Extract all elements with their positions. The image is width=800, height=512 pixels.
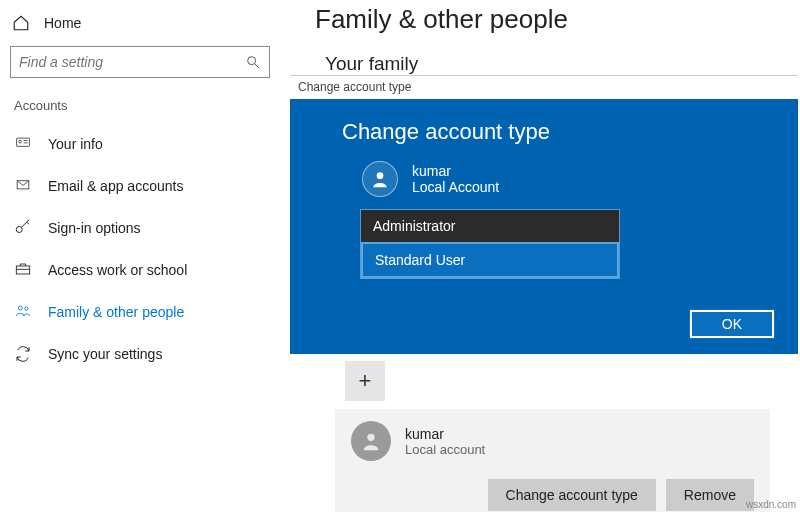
- avatar-icon: [351, 421, 391, 461]
- change-account-type-button[interactable]: Change account type: [488, 479, 656, 511]
- sidebar-item-label: Your info: [48, 136, 103, 152]
- sync-icon: [14, 345, 32, 363]
- section-title: Your family: [315, 45, 800, 79]
- home-label: Home: [44, 15, 81, 31]
- sidebar-item-signin[interactable]: Sign-in options: [0, 207, 280, 249]
- dialog-titlebar: Change account type: [290, 75, 798, 99]
- remove-button[interactable]: Remove: [666, 479, 754, 511]
- home-nav[interactable]: Home: [0, 8, 280, 42]
- key-icon: [14, 219, 32, 237]
- svg-point-10: [25, 307, 28, 310]
- svg-line-1: [255, 64, 259, 68]
- svg-rect-8: [16, 266, 29, 274]
- sidebar-item-your-info[interactable]: Your info: [0, 123, 280, 165]
- mail-icon: [14, 177, 32, 195]
- sidebar-item-sync[interactable]: Sync your settings: [0, 333, 280, 375]
- svg-point-3: [19, 140, 22, 143]
- dialog-account-name: kumar: [412, 163, 499, 179]
- add-button[interactable]: +: [345, 361, 385, 401]
- home-icon: [12, 14, 30, 32]
- section-heading: Accounts: [0, 92, 280, 123]
- settings-sidebar: Home Accounts Your info Email & app acco…: [0, 0, 280, 512]
- svg-point-9: [18, 306, 22, 310]
- sidebar-item-email[interactable]: Email & app accounts: [0, 165, 280, 207]
- sidebar-item-family[interactable]: Family & other people: [0, 291, 280, 333]
- svg-point-7: [16, 227, 22, 233]
- account-row[interactable]: kumar Local account: [351, 421, 754, 461]
- option-administrator[interactable]: Administrator: [361, 210, 619, 242]
- svg-point-11: [367, 434, 374, 441]
- sidebar-item-label: Family & other people: [48, 304, 184, 320]
- svg-point-0: [248, 57, 256, 65]
- briefcase-icon: [14, 261, 32, 279]
- sidebar-item-label: Sync your settings: [48, 346, 162, 362]
- person-card-icon: [14, 135, 32, 153]
- people-icon: [14, 303, 32, 321]
- sidebar-item-label: Email & app accounts: [48, 178, 183, 194]
- svg-point-12: [377, 172, 384, 179]
- search-icon: [245, 54, 261, 70]
- change-account-type-dialog: Change account type kumar Local Account …: [290, 99, 798, 354]
- watermark: wsxdn.com: [746, 499, 796, 510]
- sidebar-item-label: Access work or school: [48, 262, 187, 278]
- account-type-dropdown[interactable]: Administrator Standard User: [360, 209, 620, 279]
- account-type: Local account: [405, 442, 485, 457]
- dialog-account-type: Local Account: [412, 179, 499, 195]
- account-name: kumar: [405, 426, 485, 442]
- sidebar-item-label: Sign-in options: [48, 220, 141, 236]
- account-card: kumar Local account Change account type …: [335, 409, 770, 512]
- avatar-icon: [362, 161, 398, 197]
- page-title: Family & other people: [315, 0, 800, 45]
- dialog-title: Change account type: [290, 99, 798, 161]
- plus-icon: +: [359, 368, 372, 394]
- search-box[interactable]: [10, 46, 270, 78]
- sidebar-item-work[interactable]: Access work or school: [0, 249, 280, 291]
- search-input[interactable]: [19, 54, 245, 70]
- ok-button[interactable]: OK: [690, 310, 774, 338]
- option-standard-user[interactable]: Standard User: [361, 242, 619, 278]
- dialog-account-row: kumar Local Account: [290, 161, 798, 209]
